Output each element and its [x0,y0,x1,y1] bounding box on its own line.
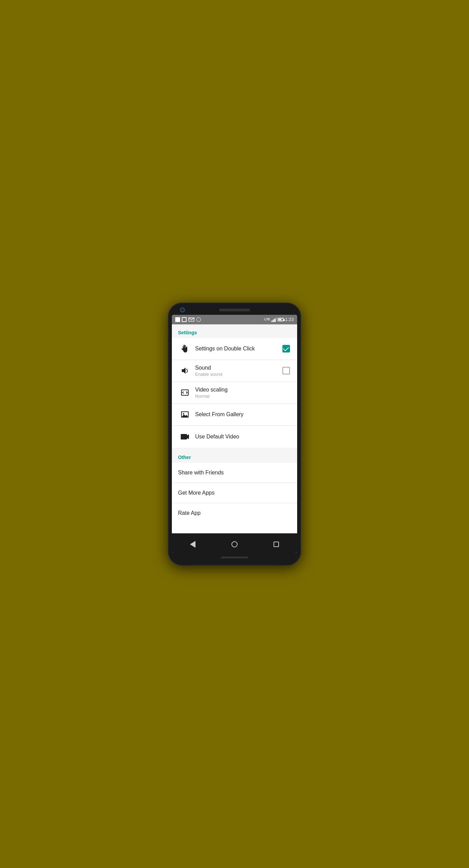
other-list: Share with Friends Get More Apps Rate Ap… [172,463,297,533]
svg-marker-8 [182,368,186,374]
phone-device: LTE 1:23 Settings [168,302,301,566]
volume-icon [177,366,192,375]
recents-icon [274,542,279,547]
sound-item[interactable]: Sound Enable sound [172,360,297,382]
double-click-title: Settings on Double Click [195,346,278,352]
rate-title: Rate App [178,510,201,516]
status-right-icons: LTE 1:23 [264,317,294,322]
video-scaling-subtitle: Normal [195,394,278,399]
default-video-item[interactable]: Use Default Video [172,426,297,448]
signal-icon [271,317,276,322]
phone-speaker [219,309,250,311]
svg-rect-4 [274,319,275,322]
gallery-text: Select From Gallery [192,411,281,418]
bottom-pill [221,557,248,558]
svg-rect-3 [273,320,274,322]
share-item[interactable]: Share with Friends [172,463,297,483]
gallery-title: Select From Gallery [195,411,278,418]
settings-section-header: Settings [172,324,297,338]
more-apps-item[interactable]: Get More Apps [172,483,297,503]
svg-marker-1 [189,318,194,320]
svg-rect-2 [271,321,272,322]
more-apps-title: Get More Apps [178,490,215,496]
notification-icon-2 [182,317,187,322]
double-click-control[interactable] [281,345,292,352]
share-title: Share with Friends [178,470,224,476]
lte-icon: LTE [264,318,270,321]
home-button[interactable] [229,539,240,550]
double-click-item[interactable]: Settings on Double Click [172,338,297,360]
video-scaling-item[interactable]: Video scaling Normal [172,382,297,404]
scaling-icon [177,388,192,397]
rate-item[interactable]: Rate App [172,503,297,523]
home-icon [231,541,238,547]
bottom-nav [172,533,297,553]
sound-checkbox[interactable] [282,367,290,374]
sound-subtitle: Enable sound [195,372,278,377]
back-icon [190,541,195,548]
phone-top-bar [172,309,297,311]
settings-list: Settings on Double Click [172,338,297,448]
svg-point-7 [184,345,186,347]
sound-text: Sound Enable sound [192,365,281,377]
gallery-icon [177,410,192,419]
back-button[interactable] [187,539,198,550]
notification-icon-4 [196,317,201,322]
bottom-spacer [172,523,297,533]
phone-screen: LTE 1:23 Settings [172,315,297,553]
video-scaling-title: Video scaling [195,387,278,393]
settings-content: Settings Settings on Double Click [172,324,297,533]
touch-icon [177,344,192,354]
default-video-title: Use Default Video [195,434,278,440]
gallery-item[interactable]: Select From Gallery [172,404,297,426]
default-video-text: Use Default Video [192,434,281,440]
video-scaling-text: Video scaling Normal [192,387,281,399]
status-bar: LTE 1:23 [172,315,297,324]
svg-point-12 [183,413,184,414]
notification-icon-1 [175,317,180,322]
status-time: 1:23 [285,317,294,322]
front-camera [180,308,185,312]
other-section-header: Other [172,449,297,463]
double-click-checkbox[interactable] [282,345,290,352]
status-left-icons [175,317,201,322]
notification-icon-3 [188,317,194,322]
video-icon [177,432,192,442]
phone-bottom-bar [172,557,297,558]
sound-title: Sound [195,365,278,371]
recents-button[interactable] [271,539,282,550]
svg-marker-15 [187,434,189,439]
svg-rect-14 [181,434,187,439]
sound-control[interactable] [281,367,292,374]
battery-icon [278,318,284,321]
double-click-text: Settings on Double Click [192,346,281,352]
